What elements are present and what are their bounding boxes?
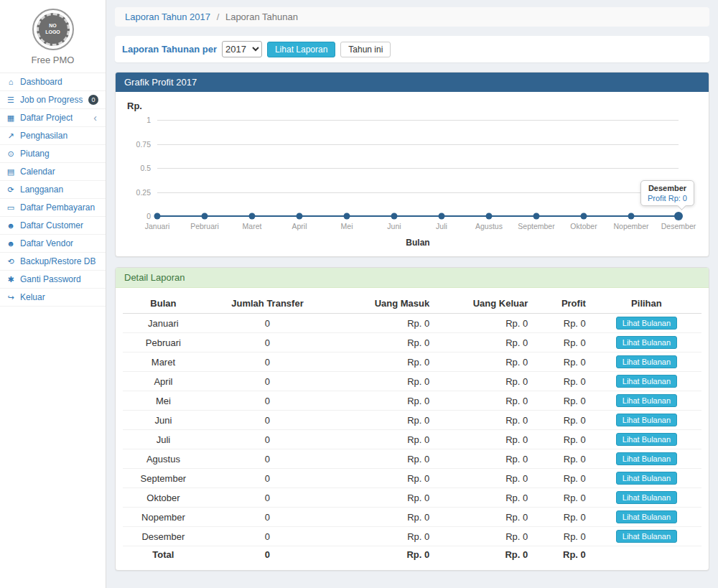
sidebar-item-job-on-progress[interactable]: ☰Job on Progress0 bbox=[0, 91, 106, 109]
lihat-bulanan-button-april[interactable]: Lihat Bulanan bbox=[616, 375, 677, 388]
sidebar-item-penghasilan[interactable]: ↗Penghasilan bbox=[0, 127, 106, 145]
cell-pilihan: Lihat Bulanan bbox=[592, 430, 701, 449]
brand-name: Free PMO bbox=[0, 55, 106, 73]
cell-jumlah-transfer: 0 bbox=[204, 546, 331, 564]
data-point-juli[interactable] bbox=[439, 213, 445, 220]
x-tick-label: September bbox=[518, 222, 554, 230]
brand: NO LOGO Free PMO bbox=[0, 0, 106, 73]
cell-profit: Rp. 0 bbox=[533, 508, 592, 527]
lihat-laporan-button[interactable]: Lihat Laporan bbox=[267, 42, 335, 57]
cell-uang-keluar: Rp. 0 bbox=[435, 411, 533, 430]
y-tick-label: 1 bbox=[146, 116, 151, 124]
x-tick-label: Nopember bbox=[613, 222, 648, 230]
cell-bulan: Mei bbox=[123, 391, 204, 411]
sidebar-item-dashboard[interactable]: ⌂Dashboard bbox=[0, 73, 106, 91]
cell-uang-keluar: Rp. 0 bbox=[435, 508, 533, 527]
cell-uang-keluar: Rp. 0 bbox=[435, 546, 533, 564]
data-point-oktober[interactable] bbox=[581, 213, 587, 220]
data-point-agustus[interactable] bbox=[486, 213, 493, 220]
data-point-juni[interactable] bbox=[391, 213, 398, 220]
cell-uang-masuk: Rp. 0 bbox=[331, 314, 435, 333]
breadcrumb-link-laporan-tahun[interactable]: Laporan Tahun 2017 bbox=[125, 11, 210, 22]
sidebar-item-calendar[interactable]: ▤Calendar bbox=[0, 163, 106, 181]
cell-profit: Rp. 0 bbox=[533, 430, 592, 449]
sidebar-item-ganti-password[interactable]: ✱Ganti Password bbox=[0, 271, 106, 289]
sidebar-item-piutang[interactable]: ⊙Piutang bbox=[0, 145, 106, 163]
table-row-desember: Desember0Rp. 0Rp. 0Rp. 0Lihat Bulanan bbox=[123, 527, 701, 546]
column-header-uang-keluar: Uang Keluar bbox=[435, 294, 533, 314]
detail-body: BulanJumlah TransferUang MasukUang Kelua… bbox=[116, 288, 709, 570]
lihat-bulanan-button-pebruari[interactable]: Lihat Bulanan bbox=[616, 336, 677, 349]
data-point-september[interactable] bbox=[533, 213, 540, 220]
breadcrumb-current: Laporan Tahunan bbox=[225, 11, 298, 22]
lihat-bulanan-button-nopember[interactable]: Lihat Bulanan bbox=[616, 510, 677, 523]
lihat-bulanan-button-juni[interactable]: Lihat Bulanan bbox=[616, 414, 677, 426]
backup-restore-icon: ⟲ bbox=[6, 256, 16, 267]
cell-jumlah-transfer: 0 bbox=[204, 314, 331, 333]
data-point-desember[interactable] bbox=[674, 212, 683, 220]
subscription-icon: ⟳ bbox=[6, 184, 16, 195]
x-axis-labels: JanuariPebruariMaretAprilMeiJuniJuliAgus… bbox=[157, 222, 679, 231]
page: NO LOGO Free PMO ⌂Dashboard☰Job on Progr… bbox=[0, 0, 718, 588]
tahun-ini-button[interactable]: Tahun ini bbox=[340, 42, 391, 57]
receivable-icon: ⊙ bbox=[6, 148, 16, 159]
sidebar-item-daftar-vendor[interactable]: ☻Daftar Vendor bbox=[0, 235, 106, 253]
x-tick-label: Juni bbox=[387, 222, 401, 230]
x-tick-label: Mei bbox=[341, 222, 353, 230]
data-point-maret[interactable] bbox=[249, 213, 256, 220]
profit-chart-panel: Grafik Profit 2017 Rp. Desember Profit R… bbox=[115, 72, 709, 257]
lihat-bulanan-button-mei[interactable]: Lihat Bulanan bbox=[616, 394, 677, 407]
cell-pilihan: Lihat Bulanan bbox=[592, 527, 701, 546]
data-point-pebruari[interactable] bbox=[202, 213, 208, 220]
lihat-bulanan-button-oktober[interactable]: Lihat Bulanan bbox=[616, 491, 677, 504]
cell-profit: Rp. 0 bbox=[533, 314, 592, 333]
payment-list-icon: ▭ bbox=[6, 202, 16, 213]
sidebar-item-label: Job on Progress bbox=[20, 94, 83, 106]
sidebar-item-keluar[interactable]: ↪Keluar bbox=[0, 289, 106, 307]
cell-uang-masuk: Rp. 0 bbox=[331, 488, 435, 508]
password-icon: ✱ bbox=[6, 274, 16, 285]
table-row-pebruari: Pebruari0Rp. 0Rp. 0Rp. 0Lihat Bulanan bbox=[123, 333, 701, 353]
cell-uang-keluar: Rp. 0 bbox=[435, 391, 533, 411]
logo-text: NO LOGO bbox=[44, 23, 62, 36]
sidebar-item-daftar-project[interactable]: ▦Daftar Project‹ bbox=[0, 109, 106, 127]
lihat-bulanan-button-januari[interactable]: Lihat Bulanan bbox=[616, 317, 677, 330]
lihat-bulanan-button-desember[interactable]: Lihat Bulanan bbox=[616, 530, 677, 543]
x-tick-label: Juli bbox=[436, 222, 447, 230]
chart-panel-title: Grafik Profit 2017 bbox=[116, 73, 709, 92]
data-point-mei[interactable] bbox=[344, 213, 350, 220]
cell-bulan: Juli bbox=[123, 430, 204, 449]
column-header-pilihan: Pilihan bbox=[592, 294, 701, 314]
detail-laporan-panel: Detail Laporan BulanJumlah TransferUang … bbox=[115, 267, 709, 571]
sidebar-menu: ⌂Dashboard☰Job on Progress0▦Daftar Proje… bbox=[0, 73, 106, 307]
table-row-maret: Maret0Rp. 0Rp. 0Rp. 0Lihat Bulanan bbox=[123, 353, 701, 372]
lihat-bulanan-button-agustus[interactable]: Lihat Bulanan bbox=[616, 452, 677, 465]
table-row-nopember: Nopember0Rp. 0Rp. 0Rp. 0Lihat Bulanan bbox=[123, 508, 701, 527]
sidebar-item-label: Calendar bbox=[20, 166, 55, 177]
year-select[interactable]: 2017 bbox=[222, 41, 262, 57]
footer: Powered by Free PMO, and developed with … bbox=[115, 581, 709, 588]
cell-uang-masuk: Rp. 0 bbox=[331, 411, 435, 430]
data-point-nopember[interactable] bbox=[628, 213, 635, 220]
lihat-bulanan-button-september[interactable]: Lihat Bulanan bbox=[616, 472, 677, 485]
cell-pilihan: Lihat Bulanan bbox=[592, 469, 701, 488]
cell-uang-masuk: Rp. 0 bbox=[331, 333, 435, 353]
sidebar-item-label: Langganan bbox=[20, 184, 63, 195]
tooltip-title: Desember bbox=[648, 184, 687, 192]
cell-profit: Rp. 0 bbox=[533, 353, 592, 372]
data-point-april[interactable] bbox=[297, 213, 303, 220]
data-point-januari[interactable] bbox=[154, 213, 161, 220]
sidebar-item-backup-restore-db[interactable]: ⟲Backup/Restore DB bbox=[0, 253, 106, 271]
cell-jumlah-transfer: 0 bbox=[204, 411, 331, 430]
lihat-bulanan-button-maret[interactable]: Lihat Bulanan bbox=[616, 355, 677, 368]
x-tick-label: April bbox=[292, 222, 307, 230]
table-row-mei: Mei0Rp. 0Rp. 0Rp. 0Lihat Bulanan bbox=[123, 391, 701, 411]
lihat-bulanan-button-juli[interactable]: Lihat Bulanan bbox=[616, 433, 677, 446]
sidebar-item-daftar-customer[interactable]: ☻Daftar Customer bbox=[0, 217, 106, 235]
cell-profit: Rp. 0 bbox=[533, 546, 592, 564]
cell-profit: Rp. 0 bbox=[533, 469, 592, 488]
sidebar-item-langganan[interactable]: ⟳Langganan bbox=[0, 181, 106, 199]
x-tick-label: Maret bbox=[243, 222, 262, 230]
sidebar-item-daftar-pembayaran[interactable]: ▭Daftar Pembayaran bbox=[0, 199, 106, 217]
cell-pilihan: Lihat Bulanan bbox=[592, 449, 701, 469]
